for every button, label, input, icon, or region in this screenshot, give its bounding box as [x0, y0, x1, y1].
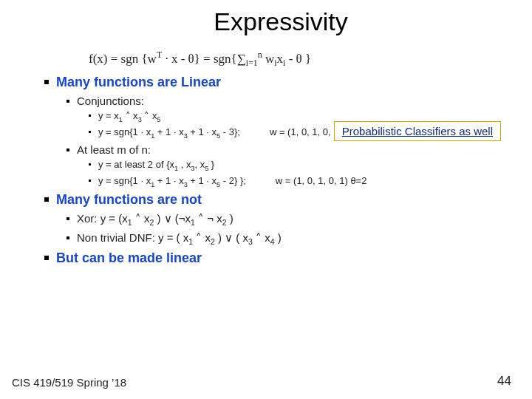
dnf-text: Non trivial DNF: y = ( x1 ˄ x2 ) ∨ ( x3 …: [77, 231, 282, 246]
dnf-line: Non trivial DNF: y = ( x1 ˄ x2 ) ∨ ( x3 …: [66, 231, 532, 246]
heading-madelinear-text: But can be made linear: [56, 250, 202, 266]
xor-line: Xor: y = (x1 ˄ x2 ) ∨ (¬x1 ˄ ¬ x2 ): [66, 212, 532, 227]
heading-linear-text: Many functions are Linear: [56, 75, 221, 90]
bullet-icon: [44, 256, 49, 260]
bullet-icon: [89, 180, 91, 182]
bullet-icon: [44, 80, 49, 84]
atleast-line2-weights: w = (1, 0, 1, 0, 1) θ=2: [276, 175, 367, 186]
bullet-icon: [89, 163, 91, 166]
footer-page-number: 44: [497, 374, 511, 389]
bullet-icon: [66, 236, 69, 239]
subheading-atleast: At least m of n:: [66, 143, 532, 156]
atleast-example-1: y = at least 2 of {x1 , x3, x5 }: [89, 159, 532, 172]
atleast-label: At least m of n:: [77, 143, 151, 156]
slide-title: Expressivity: [0, 7, 532, 36]
conj-line1: y = x1 ˄ x3 ˄ x5: [98, 110, 160, 123]
heading-notlinear-text: Many functions are not: [56, 192, 202, 208]
atleast-line1: y = at least 2 of {x1 , x3, x5 }: [98, 159, 214, 172]
xor-text: Xor: y = (x1 ˄ x2 ) ∨ (¬x1 ˄ ¬ x2 ): [77, 212, 233, 227]
bullet-icon: [66, 100, 69, 103]
footer-course: CIS 419/519 Spring ’18: [12, 376, 126, 389]
atleast-example-2: y = sgn{1 · x1 + 1 · x3 + 1 · x5 - 2} };…: [89, 175, 532, 188]
threshold-formula: f(x) = sgn {wT · x - θ} = sgn{∑i=1n wixi…: [89, 50, 532, 69]
conjunctions-label: Conjunctions:: [77, 95, 144, 107]
subheading-conjunctions: Conjunctions:: [66, 95, 532, 107]
heading-notlinear: Many functions are not: [44, 192, 532, 208]
heading-linear: Many functions are Linear: [44, 75, 532, 90]
heading-madelinear: But can be made linear: [44, 250, 532, 266]
bullet-icon: [89, 131, 91, 133]
bullet-icon: [89, 115, 91, 117]
callout-box: Probabilistic Classifiers as well: [334, 121, 501, 141]
bullet-icon: [66, 149, 69, 151]
conj-line2-left: y = sgn{1 · x1 + 1 · x3 + 1 · x5 - 3};: [98, 126, 240, 140]
bullet-icon: [44, 197, 49, 202]
bullet-icon: [66, 217, 69, 220]
atleast-line2-left: y = sgn{1 · x1 + 1 · x3 + 1 · x5 - 2} };: [98, 175, 246, 188]
